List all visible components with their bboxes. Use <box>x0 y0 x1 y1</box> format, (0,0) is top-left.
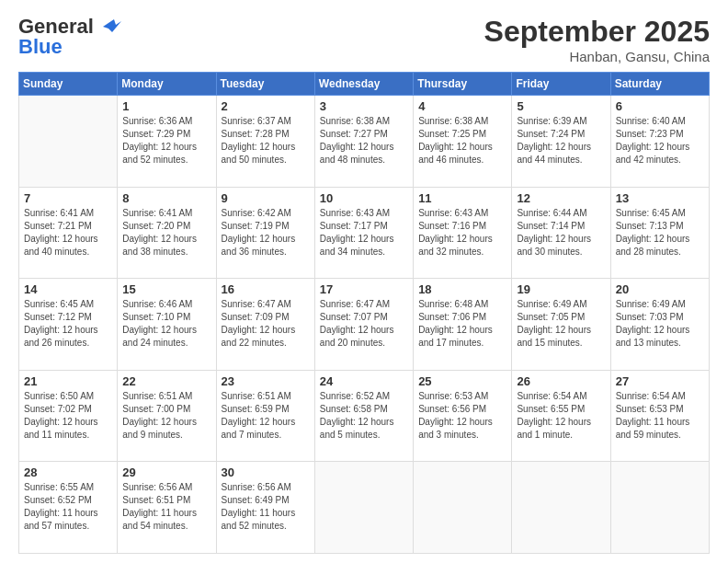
table-row <box>314 462 413 554</box>
day-info: Sunrise: 6:36 AMSunset: 7:29 PMDaylight:… <box>122 115 210 167</box>
table-row: 29Sunrise: 6:56 AMSunset: 6:51 PMDayligh… <box>118 462 216 554</box>
col-saturday: Saturday <box>610 73 709 96</box>
day-info: Sunrise: 6:42 AMSunset: 7:19 PMDaylight:… <box>222 207 310 259</box>
table-row: 11Sunrise: 6:43 AMSunset: 7:16 PMDayligh… <box>414 187 512 279</box>
day-number: 13 <box>616 191 704 205</box>
day-info: Sunrise: 6:47 AMSunset: 7:07 PMDaylight:… <box>320 298 408 350</box>
col-tuesday: Tuesday <box>216 73 314 96</box>
table-row: 24Sunrise: 6:52 AMSunset: 6:58 PMDayligh… <box>314 370 413 462</box>
day-info: Sunrise: 6:55 AMSunset: 6:52 PMDaylight:… <box>24 481 112 533</box>
table-row: 22Sunrise: 6:51 AMSunset: 7:00 PMDayligh… <box>118 370 216 462</box>
day-number: 4 <box>418 99 506 113</box>
day-info: Sunrise: 6:38 AMSunset: 7:25 PMDaylight:… <box>418 115 506 167</box>
day-info: Sunrise: 6:37 AMSunset: 7:28 PMDaylight:… <box>222 115 310 167</box>
table-row: 27Sunrise: 6:54 AMSunset: 6:53 PMDayligh… <box>610 370 709 462</box>
title-block: September 2025 Hanban, Gansu, China <box>484 15 710 64</box>
table-row <box>414 462 512 554</box>
day-number: 15 <box>122 282 210 296</box>
table-row: 25Sunrise: 6:53 AMSunset: 6:56 PMDayligh… <box>414 370 512 462</box>
day-info: Sunrise: 6:51 AMSunset: 7:00 PMDaylight:… <box>122 390 210 442</box>
day-number: 24 <box>320 374 408 388</box>
month-year-title: September 2025 <box>484 15 710 49</box>
day-number: 5 <box>517 99 605 113</box>
svg-marker-0 <box>103 19 121 32</box>
col-monday: Monday <box>118 73 216 96</box>
table-row: 4Sunrise: 6:38 AMSunset: 7:25 PMDaylight… <box>414 96 512 188</box>
day-info: Sunrise: 6:46 AMSunset: 7:10 PMDaylight:… <box>122 298 210 350</box>
table-row: 30Sunrise: 6:56 AMSunset: 6:49 PMDayligh… <box>216 462 314 554</box>
day-number: 30 <box>222 465 310 479</box>
table-row: 10Sunrise: 6:43 AMSunset: 7:17 PMDayligh… <box>314 187 413 279</box>
day-number: 2 <box>222 99 310 113</box>
day-number: 25 <box>418 374 506 388</box>
table-row: 6Sunrise: 6:40 AMSunset: 7:23 PMDaylight… <box>610 96 709 188</box>
table-row: 14Sunrise: 6:45 AMSunset: 7:12 PMDayligh… <box>19 279 118 371</box>
logo: General Blue <box>18 15 121 59</box>
table-row: 26Sunrise: 6:54 AMSunset: 6:55 PMDayligh… <box>512 370 610 462</box>
day-info: Sunrise: 6:45 AMSunset: 7:12 PMDaylight:… <box>24 298 112 350</box>
day-info: Sunrise: 6:40 AMSunset: 7:23 PMDaylight:… <box>616 115 704 167</box>
table-row: 9Sunrise: 6:42 AMSunset: 7:19 PMDaylight… <box>216 187 314 279</box>
table-row: 15Sunrise: 6:46 AMSunset: 7:10 PMDayligh… <box>118 279 216 371</box>
day-info: Sunrise: 6:51 AMSunset: 6:59 PMDaylight:… <box>222 390 310 442</box>
day-info: Sunrise: 6:50 AMSunset: 7:02 PMDaylight:… <box>24 390 112 442</box>
table-row: 5Sunrise: 6:39 AMSunset: 7:24 PMDaylight… <box>512 96 610 188</box>
calendar-table: Sunday Monday Tuesday Wednesday Thursday… <box>18 72 710 554</box>
col-friday: Friday <box>512 73 610 96</box>
table-row: 23Sunrise: 6:51 AMSunset: 6:59 PMDayligh… <box>216 370 314 462</box>
table-row: 19Sunrise: 6:49 AMSunset: 7:05 PMDayligh… <box>512 279 610 371</box>
day-number: 8 <box>122 191 210 205</box>
day-info: Sunrise: 6:49 AMSunset: 7:05 PMDaylight:… <box>517 298 605 350</box>
day-number: 9 <box>222 191 310 205</box>
calendar-header-row: Sunday Monday Tuesday Wednesday Thursday… <box>19 73 710 96</box>
table-row: 28Sunrise: 6:55 AMSunset: 6:52 PMDayligh… <box>19 462 118 554</box>
day-number: 28 <box>24 465 112 479</box>
day-number: 7 <box>24 191 112 205</box>
day-info: Sunrise: 6:43 AMSunset: 7:17 PMDaylight:… <box>320 207 408 259</box>
table-row: 1Sunrise: 6:36 AMSunset: 7:29 PMDaylight… <box>118 96 216 188</box>
day-number: 21 <box>24 374 112 388</box>
day-number: 23 <box>222 374 310 388</box>
table-row <box>19 96 118 188</box>
day-number: 14 <box>24 282 112 296</box>
table-row <box>610 462 709 554</box>
logo-bird-icon <box>96 17 121 36</box>
table-row: 21Sunrise: 6:50 AMSunset: 7:02 PMDayligh… <box>19 370 118 462</box>
day-number: 29 <box>122 465 210 479</box>
day-info: Sunrise: 6:56 AMSunset: 6:49 PMDaylight:… <box>222 481 310 533</box>
day-info: Sunrise: 6:39 AMSunset: 7:24 PMDaylight:… <box>517 115 605 167</box>
col-wednesday: Wednesday <box>314 73 413 96</box>
day-info: Sunrise: 6:48 AMSunset: 7:06 PMDaylight:… <box>418 298 506 350</box>
day-info: Sunrise: 6:43 AMSunset: 7:16 PMDaylight:… <box>418 207 506 259</box>
table-row <box>512 462 610 554</box>
day-number: 26 <box>517 374 605 388</box>
day-info: Sunrise: 6:47 AMSunset: 7:09 PMDaylight:… <box>222 298 310 350</box>
page-header: General Blue September 2025 Hanban, Gans… <box>18 15 710 64</box>
day-number: 10 <box>320 191 408 205</box>
table-row: 17Sunrise: 6:47 AMSunset: 7:07 PMDayligh… <box>314 279 413 371</box>
day-info: Sunrise: 6:49 AMSunset: 7:03 PMDaylight:… <box>616 298 704 350</box>
day-number: 22 <box>122 374 210 388</box>
day-number: 19 <box>517 282 605 296</box>
day-info: Sunrise: 6:54 AMSunset: 6:53 PMDaylight:… <box>616 390 704 442</box>
day-number: 16 <box>222 282 310 296</box>
day-number: 3 <box>320 99 408 113</box>
day-number: 12 <box>517 191 605 205</box>
table-row: 3Sunrise: 6:38 AMSunset: 7:27 PMDaylight… <box>314 96 413 188</box>
col-sunday: Sunday <box>19 73 118 96</box>
day-number: 20 <box>616 282 704 296</box>
day-info: Sunrise: 6:44 AMSunset: 7:14 PMDaylight:… <box>517 207 605 259</box>
table-row: 18Sunrise: 6:48 AMSunset: 7:06 PMDayligh… <box>414 279 512 371</box>
col-thursday: Thursday <box>414 73 512 96</box>
day-number: 18 <box>418 282 506 296</box>
day-info: Sunrise: 6:45 AMSunset: 7:13 PMDaylight:… <box>616 207 704 259</box>
day-info: Sunrise: 6:41 AMSunset: 7:21 PMDaylight:… <box>24 207 112 259</box>
location-subtitle: Hanban, Gansu, China <box>484 49 710 64</box>
table-row: 8Sunrise: 6:41 AMSunset: 7:20 PMDaylight… <box>118 187 216 279</box>
table-row: 7Sunrise: 6:41 AMSunset: 7:21 PMDaylight… <box>19 187 118 279</box>
table-row: 20Sunrise: 6:49 AMSunset: 7:03 PMDayligh… <box>610 279 709 371</box>
day-info: Sunrise: 6:38 AMSunset: 7:27 PMDaylight:… <box>320 115 408 167</box>
day-number: 27 <box>616 374 704 388</box>
logo-blue: Blue <box>18 35 63 59</box>
day-info: Sunrise: 6:56 AMSunset: 6:51 PMDaylight:… <box>122 481 210 533</box>
